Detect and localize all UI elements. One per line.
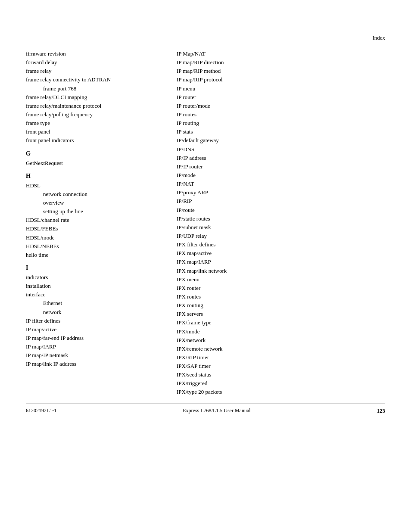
list-item: IP menu <box>177 84 385 93</box>
list-item: IP/DNS <box>177 145 385 154</box>
list-item: IP/proxy ARP <box>177 188 385 197</box>
bottom-rule <box>26 404 385 404</box>
list-item: IPX/remote network <box>177 345 385 353</box>
list-item: IP router <box>177 93 385 102</box>
list-item: Ethernet <box>26 299 159 308</box>
list-item: IP/RIP <box>177 197 385 205</box>
list-item: IPX routing <box>177 301 385 310</box>
header-label: Index <box>372 34 385 41</box>
list-item: frame port 768 <box>26 84 159 93</box>
list-item: IP map/RIP direction <box>177 58 385 67</box>
list-item: IP/route <box>177 206 385 215</box>
list-item: frame relay/polling frequency <box>26 110 159 119</box>
section-h-header: H <box>26 173 159 180</box>
list-item: GetNextRequest <box>26 159 159 168</box>
list-item: HDSL <box>26 181 159 190</box>
list-item: IPX menu <box>177 275 385 284</box>
list-item: indicators <box>26 273 159 282</box>
list-item: HDSL/NEBEs <box>26 242 159 251</box>
list-item: IP stats <box>177 128 385 136</box>
list-item: IP/default gateway <box>177 136 385 145</box>
page-number: 123 <box>377 408 385 414</box>
list-item: IP map/IP netmask <box>26 351 159 360</box>
list-item: hello time <box>26 251 159 259</box>
list-item: IP/static routes <box>177 215 385 223</box>
left-column: firmware revision forward delay frame re… <box>26 50 159 397</box>
list-item: IPX/triggered <box>177 379 385 388</box>
list-item: IP routes <box>177 110 385 119</box>
list-item: firmware revision <box>26 50 159 58</box>
list-item: IPX routes <box>177 292 385 301</box>
list-item: IPX servers <box>177 310 385 318</box>
list-item: IP/NAT <box>177 180 385 188</box>
list-item: front panel <box>26 128 159 136</box>
list-item: IPX/SAP timer <box>177 362 385 370</box>
top-rule <box>26 45 385 45</box>
list-item: IPX/RIP timer <box>177 353 385 362</box>
list-item: IP Map/NAT <box>177 50 385 58</box>
list-item: IPX map/active <box>177 249 385 258</box>
list-item: HDSL/mode <box>26 233 159 242</box>
list-item: IPX map/IARP <box>177 258 385 266</box>
list-item: IP/IP router <box>177 162 385 171</box>
page-footer: 61202192L1-1 Express L768/L1.5 User Manu… <box>26 408 385 414</box>
page-header: Index <box>26 34 385 41</box>
list-item: IP map/RIP protocol <box>177 75 385 84</box>
list-item: front panel indicators <box>26 136 159 145</box>
list-item: IPX filter defines <box>177 240 385 249</box>
list-item: IP map/link IP address <box>26 360 159 368</box>
list-item: IP/subnet mask <box>177 223 385 232</box>
list-item: IPX/type 20 packets <box>177 388 385 396</box>
list-item: interface <box>26 290 159 299</box>
section-g-header: G <box>26 150 159 157</box>
list-item: IPX/seed status <box>177 370 385 379</box>
right-column: IP Map/NAT IP map/RIP direction IP map/R… <box>177 50 385 397</box>
page-container: Index firmware revision forward delay fr… <box>0 0 411 532</box>
list-item: network <box>26 308 159 317</box>
list-item: IPX/network <box>177 336 385 345</box>
list-item: IP routing <box>177 119 385 128</box>
list-item: IP/mode <box>177 171 385 180</box>
list-item: network connection <box>26 190 159 199</box>
list-item: overview <box>26 199 159 207</box>
list-item: IP map/active <box>26 325 159 334</box>
list-item: IP map/far-end IP address <box>26 334 159 342</box>
list-item: IP/UDP relay <box>177 232 385 240</box>
list-item: frame relay connectivity to ADTRAN <box>26 75 159 84</box>
list-item: IP/IP address <box>177 154 385 162</box>
list-item: installation <box>26 282 159 290</box>
list-item: IP map/IARP <box>26 342 159 351</box>
list-item: IPX/frame type <box>177 318 385 327</box>
list-item: setting up the line <box>26 207 159 216</box>
content-area: firmware revision forward delay frame re… <box>26 50 385 397</box>
footer-left: 61202192L1-1 <box>26 408 56 414</box>
list-item: frame type <box>26 119 159 128</box>
list-item: IP filter defines <box>26 317 159 325</box>
list-item: frame relay <box>26 67 159 75</box>
section-i-header: I <box>26 264 159 271</box>
list-item: frame relay/DLCI mapping <box>26 93 159 102</box>
list-item: forward delay <box>26 58 159 67</box>
footer-center: Express L768/L1.5 User Manual <box>183 408 250 414</box>
list-item: IP map/RIP method <box>177 67 385 75</box>
list-item: frame relay/maintenance protocol <box>26 102 159 110</box>
list-item: HDSL/FEBEs <box>26 224 159 233</box>
list-item: HDSL/channel rate <box>26 216 159 224</box>
list-item: IPX map/link network <box>177 267 385 275</box>
list-item: IP router/mode <box>177 102 385 110</box>
list-item: IPX router <box>177 284 385 292</box>
list-item: IPX/mode <box>177 327 385 336</box>
